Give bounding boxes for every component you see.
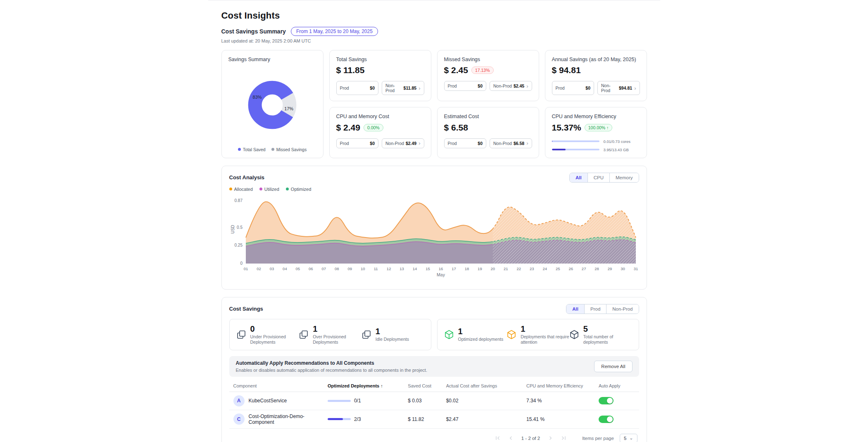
nonprod-filter-button[interactable]: Non-Prod $11.85 ›: [382, 81, 424, 95]
caret-down-icon: ⌄: [629, 436, 633, 440]
legend-item-optimized[interactable]: Optimized: [286, 187, 312, 192]
svg-text:03: 03: [269, 266, 274, 271]
remove-all-button[interactable]: Remove All: [594, 361, 632, 372]
stat-label: Optimized deployments: [458, 337, 504, 342]
stat-value: 0: [250, 324, 299, 333]
actual-cost-cell: $0.02: [446, 398, 526, 404]
chip-value: $6.58: [514, 141, 524, 146]
nonprod-filter-button[interactable]: Non-Prod $2.45 ›: [490, 81, 532, 91]
pagination-range: 1 - 2 of 2: [521, 436, 540, 441]
date-range-chip[interactable]: From 1 May, 2025 to 20 May, 2025: [291, 27, 378, 36]
toggle-all[interactable]: All: [566, 304, 584, 314]
svg-text:05: 05: [295, 266, 300, 271]
cost-analysis-toggle-group: All CPU Memory: [569, 173, 639, 183]
column-header-optimized-deployments[interactable]: Optimized Deployments↑: [328, 383, 408, 388]
legend-item-utilized[interactable]: Utilized: [259, 187, 279, 192]
chip-value: $0: [478, 141, 483, 146]
chip-value: $11.85: [404, 86, 417, 90]
svg-text:30: 30: [621, 266, 625, 271]
chip-label: Prod: [340, 141, 349, 146]
card-title: Total Savings: [336, 56, 424, 63]
toggle-memory[interactable]: Memory: [609, 173, 639, 182]
component-link[interactable]: Cost-Optimization-Demo-Component: [249, 413, 328, 425]
svg-text:29: 29: [607, 266, 612, 271]
first-page-button[interactable]: [492, 433, 503, 442]
chip-label: Prod: [556, 86, 565, 90]
last-page-button[interactable]: [558, 433, 569, 442]
missed-savings-card: Missed Savings $ 2.45 17.13% Prod $0 Non…: [437, 50, 539, 101]
next-page-button[interactable]: [545, 433, 556, 442]
prod-filter-button[interactable]: Prod $0: [336, 138, 379, 148]
layers-icon: [361, 330, 371, 340]
svg-text:01: 01: [243, 266, 248, 271]
savings-donut-chart: 83% 17%: [238, 71, 306, 139]
chevron-right-icon: ›: [419, 86, 420, 91]
saved-cost-cell: $ 11.82: [408, 416, 446, 422]
nonprod-filter-button[interactable]: Non-Prod $2.49 ›: [382, 138, 424, 148]
chip-label: Non-Prod: [385, 83, 404, 93]
column-header-component[interactable]: Component: [233, 383, 328, 388]
total-saved-dot-icon: [238, 148, 241, 151]
svg-text:08: 08: [334, 266, 339, 271]
items-per-page-label: Items per page: [582, 436, 614, 441]
column-header-efficiency[interactable]: CPU and Memory Efficiency: [526, 383, 599, 388]
nonprod-filter-button[interactable]: Non-Prod $94.81 ›: [597, 81, 640, 95]
optimized-count: 2/3: [354, 416, 361, 422]
prod-filter-button[interactable]: Prod $0: [336, 81, 379, 95]
svg-text:28: 28: [595, 266, 599, 271]
chip-value: $2.45: [514, 83, 524, 88]
auto-apply-banner: Automatically Apply Recommendations to A…: [229, 356, 639, 377]
svg-text:11: 11: [373, 266, 378, 271]
svg-text:10: 10: [360, 266, 365, 271]
memory-usage-bar: [552, 149, 599, 150]
optimization-stats-box: 1 Optimized deployments 1 Deployments th…: [437, 319, 639, 350]
toggle-all[interactable]: All: [570, 173, 587, 182]
efficiency-bars: 0.01/0.73 cores 3.95/13.43 GB: [552, 139, 640, 152]
stat-value: 1: [313, 324, 361, 333]
svg-text:16: 16: [438, 266, 443, 271]
svg-text:14: 14: [412, 266, 417, 271]
card-title: Annual Savings (as of 20 May, 2025): [552, 56, 640, 63]
change-badge: 17.13%: [471, 67, 494, 74]
sort-asc-icon: ↑: [380, 383, 383, 388]
svg-text:18: 18: [464, 266, 469, 271]
column-header-actual-cost[interactable]: Actual Cost after Savings: [446, 383, 526, 388]
cost-insights-page: Cost Insights Cost Savings Summary From …: [221, 0, 647, 442]
legend-item-allocated[interactable]: Allocated: [229, 187, 253, 192]
chevron-right-icon: ›: [526, 83, 528, 89]
legend-item-missed-savings[interactable]: Missed Savings: [271, 147, 307, 152]
legend-item-total-saved[interactable]: Total Saved: [238, 147, 266, 152]
legend-label: Missed Savings: [276, 147, 307, 152]
toggle-prod[interactable]: Prod: [584, 304, 606, 314]
prod-filter-button[interactable]: Prod $0: [552, 81, 595, 95]
chip-label: Prod: [448, 83, 457, 88]
svg-text:26: 26: [568, 266, 573, 271]
nonprod-filter-button[interactable]: Non-Prod $6.58 ›: [490, 138, 532, 148]
component-link[interactable]: KubeCostService: [249, 398, 287, 404]
items-per-page-select[interactable]: 5 ⌄: [620, 434, 637, 442]
auto-apply-toggle[interactable]: [599, 397, 614, 404]
auto-apply-toggle[interactable]: [599, 416, 614, 423]
svg-text:27: 27: [581, 266, 586, 271]
prod-filter-button[interactable]: Prod $0: [444, 81, 487, 91]
deployment-stats-row: 0 Under Provisioned Deployments 1 Over P…: [229, 319, 639, 350]
banner-title: Automatically Apply Recommendations to A…: [236, 360, 427, 366]
cost-savings-panel: Cost Savings All Prod Non-Prod 0 Under P…: [221, 297, 647, 442]
column-header-saved-cost[interactable]: Saved Cost: [408, 383, 446, 388]
card-value: $ 2.45: [444, 65, 468, 75]
toggle-nonprod[interactable]: Non-Prod: [606, 304, 638, 314]
column-header-auto-apply[interactable]: Auto Apply: [599, 383, 635, 388]
svg-text:0: 0: [240, 261, 243, 266]
layers-icon: [236, 330, 246, 340]
optimized-dot-icon: [286, 188, 289, 190]
stat-total-deployments: 5 Total number of deployments: [569, 324, 632, 345]
prod-filter-button[interactable]: Prod $0: [444, 138, 487, 148]
chevron-left-icon: [507, 435, 514, 442]
svg-text:09: 09: [347, 266, 352, 271]
provisioning-stats-box: 0 Under Provisioned Deployments 1 Over P…: [229, 319, 431, 350]
cost-analysis-chart: 00.250.50.870102030405060708091011121314…: [229, 192, 639, 281]
toggle-cpu[interactable]: CPU: [587, 173, 609, 182]
env-chip-row: Prod $0 Non-Prod $2.45 ›: [444, 81, 532, 91]
chip-label: Prod: [340, 86, 349, 90]
previous-page-button[interactable]: [506, 433, 516, 442]
